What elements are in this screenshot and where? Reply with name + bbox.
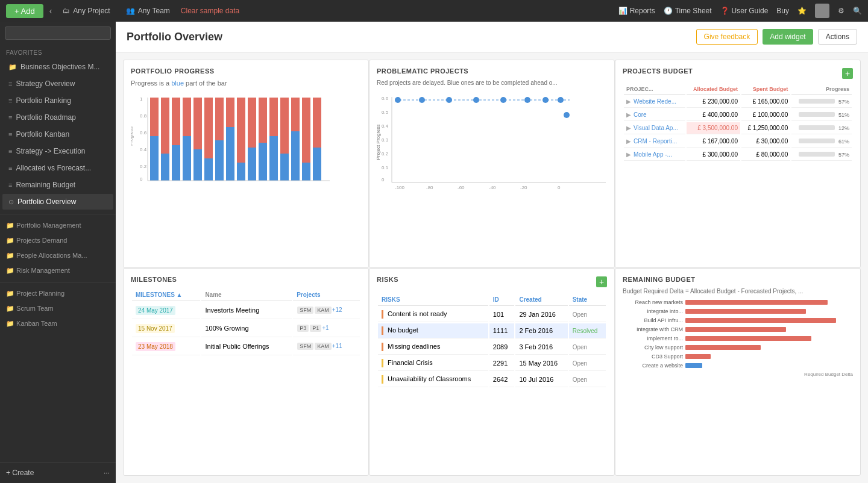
risk-name[interactable]: Missing deadlines (378, 340, 488, 355)
rb-bar-area (685, 344, 853, 351)
svg-text:1: 1 (140, 96, 143, 102)
project-tag-more: +1 (322, 325, 329, 331)
any-project-selector[interactable]: 🗂 Any Project (58, 5, 115, 16)
budget-project-name[interactable]: ▶Mobile App -... (624, 149, 685, 161)
sidebar-group-kanban-team[interactable]: 📁 Kanban Team (0, 316, 116, 331)
risk-indicator (382, 326, 383, 335)
svg-text:0.6: 0.6 (382, 96, 389, 101)
sidebar-group-portfolio-management[interactable]: 📁 Portfolio Management (0, 218, 116, 233)
problematic-projects-svg: 0.6 0.5 0.4 0.3 0.2 0.1 0 -100 -80 -60 -… (377, 91, 607, 193)
add-project-button[interactable]: + (842, 68, 853, 79)
sidebar-group-projects-demand[interactable]: 📁 Projects Demand (0, 233, 116, 248)
sidebar-group-risk-management[interactable]: 📁 Risk Management (0, 263, 116, 278)
risk-name[interactable]: No budget (378, 323, 488, 338)
rb-bar (685, 354, 711, 359)
sidebar-item-allocated-forecast[interactable]: ≡ Allocated vs Forecast... (2, 160, 113, 176)
sidebar-item-strategy-execution[interactable]: ≡ Strategy -> Execution (2, 143, 113, 159)
milestone-date[interactable]: 24 May 2017 (132, 302, 200, 319)
budget-col-progress: Progress (791, 84, 852, 95)
budget-spent: £ 30,000.00 (741, 136, 790, 148)
project-tag: P1 (310, 325, 321, 332)
budget-row: ▶Core £ 400,000.00 £ 100,000.00 51% (624, 109, 852, 121)
risk-id: 2291 (489, 356, 515, 371)
list-icon: ≡ (8, 80, 12, 87)
budget-project-name[interactable]: ▶Visual Data Ap... (624, 122, 685, 134)
buy-nav[interactable]: Buy (776, 7, 789, 15)
expand-icon: ▶ (626, 138, 631, 145)
rb-bar-area (685, 363, 853, 369)
risk-indicator (382, 375, 383, 384)
budget-project-name[interactable]: ▶Core (624, 109, 685, 121)
milestones-widget: MILESTONES MILESTONES ▲ Name Projects 24… (123, 268, 369, 476)
risk-name[interactable]: Financial Crisis (378, 356, 488, 371)
sidebar-group-scrum-team[interactable]: 📁 Scrum Team (0, 301, 116, 316)
svg-point-65 (564, 112, 570, 118)
clear-sample-link[interactable]: Clear sample data (181, 7, 239, 15)
budget-project-name[interactable]: ▶CRM - Reporti... (624, 136, 685, 148)
folder-icon: 📁 (8, 63, 17, 71)
project-tag: KAM (315, 307, 332, 314)
sidebar-search-area (0, 22, 116, 45)
top-nav: + Add ‹ 🗂 Any Project 👥 Any Team Clear s… (0, 0, 868, 22)
remaining-budget-subtitle: Budget Required Delta = Allocated Budget… (623, 288, 853, 294)
userguide-nav[interactable]: ❓ User Guide (720, 7, 769, 15)
folder-icon-pd: 📁 (6, 237, 16, 244)
add-button[interactable]: + Add (6, 4, 43, 18)
sidebar-item-business-objectives[interactable]: 📁 Business Objectives M... (2, 59, 113, 75)
search-icon[interactable]: 🔍 (853, 7, 862, 15)
sidebar-group-people-allocations[interactable]: 📁 People Allocations Ma... (0, 248, 116, 263)
timesheet-nav[interactable]: 🕐 Time Sheet (664, 7, 712, 15)
avatar[interactable] (815, 4, 829, 18)
expand-icon: ▶ (626, 98, 631, 105)
portfolio-progress-subtitle: Progress is a blue part of the bar (131, 79, 361, 87)
sidebar-divider-1 (0, 214, 116, 214)
svg-text:0.4: 0.4 (140, 147, 147, 152)
reports-nav[interactable]: 📊 Reports (618, 7, 655, 15)
collapse-sidebar-button[interactable]: ‹ (49, 6, 52, 16)
sidebar-search-input[interactable] (5, 26, 111, 40)
svg-rect-29 (269, 136, 278, 181)
risk-name[interactable]: Content is not ready (378, 307, 488, 322)
budget-project-name[interactable]: ▶Website Rede... (624, 96, 685, 108)
milestone-date[interactable]: 15 Nov 2017 (132, 320, 200, 337)
risk-name[interactable]: Unavailability of Classrooms (378, 372, 488, 387)
folder-icon-st: 📁 (6, 305, 16, 312)
actions-button[interactable]: Actions (818, 29, 857, 45)
svg-text:0.6: 0.6 (140, 130, 147, 136)
svg-rect-9 (161, 154, 169, 181)
svg-text:0.8: 0.8 (140, 113, 147, 119)
sidebar-group-project-planning[interactable]: 📁 Project Planning (0, 286, 116, 301)
rb-bar-area (685, 326, 853, 332)
budget-progress: 57% (791, 149, 852, 161)
add-widget-button[interactable]: Add widget (763, 29, 813, 45)
milestone-projects: SFMKAM+11 (293, 338, 360, 355)
project-tag: SFM (297, 343, 313, 350)
milestones-col-projects: Projects (293, 289, 360, 301)
project-tag: P3 (297, 325, 309, 332)
give-feedback-button[interactable]: Give feedback (696, 29, 758, 45)
create-button[interactable]: + Create (6, 469, 34, 477)
sidebar-item-portfolio-roadmap[interactable]: ≡ Portfolio Roadmap (2, 110, 113, 125)
rb-row: Implement ro... (623, 335, 853, 341)
project-tag: SFM (297, 307, 313, 314)
milestone-date[interactable]: 23 May 2018 (132, 338, 200, 355)
any-team-selector[interactable]: 👥 Any Team (121, 5, 175, 16)
budget-col-project: PROJEC... (624, 84, 685, 95)
sidebar-item-portfolio-overview[interactable]: ⊙ Portfolio Overview (2, 194, 113, 210)
rb-bar-area (685, 354, 853, 360)
sidebar-item-portfolio-ranking[interactable]: ≡ Portfolio Ranking (2, 93, 113, 108)
add-risk-button[interactable]: + (596, 276, 607, 287)
sidebar-item-portfolio-kanban[interactable]: ≡ Portfolio Kanban (2, 126, 113, 142)
svg-rect-26 (248, 98, 256, 148)
svg-rect-22 (226, 98, 234, 127)
rb-bar-area (685, 299, 853, 305)
sidebar-item-strategy-overview[interactable]: ≡ Strategy Overview (2, 76, 113, 92)
svg-rect-27 (259, 143, 267, 181)
projects-budget-widget: PROJECTS BUDGET + PROJEC... Allocated Bu… (615, 60, 861, 268)
sidebar-item-remaining-budget[interactable]: ≡ Remaining Budget (2, 177, 113, 193)
budget-allocated: £ 300,000.00 (687, 149, 740, 161)
settings-icon[interactable]: ⚙ (838, 7, 844, 15)
svg-rect-16 (193, 98, 202, 149)
sidebar-options-icon[interactable]: ··· (104, 469, 110, 477)
list-icon-7: ≡ (8, 181, 12, 189)
